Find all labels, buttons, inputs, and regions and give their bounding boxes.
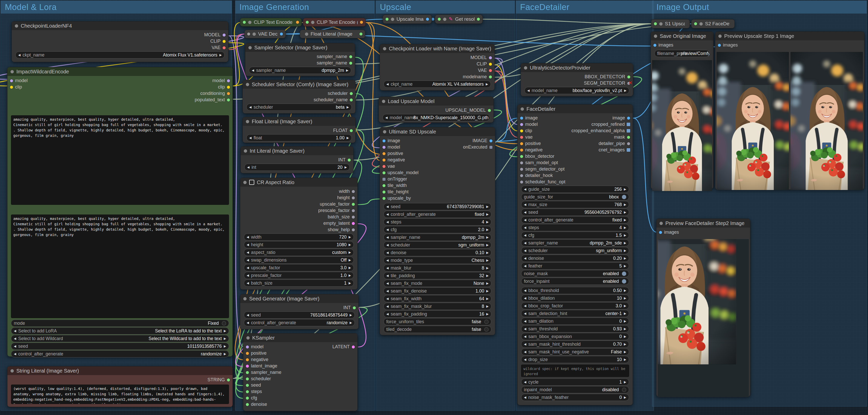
increment-arrow-icon[interactable]: ▶ [486, 312, 489, 316]
port-dot-icon[interactable] [489, 146, 492, 149]
input-port-image[interactable]: image [520, 115, 538, 121]
widget-model-name[interactable]: ◀model_name8x_NMKD-Superscale_150000_G.p… [382, 114, 490, 121]
collapse-dot-icon[interactable] [700, 22, 703, 26]
port-dot-icon[interactable] [246, 371, 249, 374]
widget-sam-dilation[interactable]: ◀sam_dilation0▶ [521, 318, 629, 325]
port-dot-icon[interactable] [489, 139, 492, 142]
port-dot-icon[interactable] [227, 92, 230, 95]
port-dot-icon[interactable] [243, 21, 246, 24]
increment-arrow-icon[interactable]: ▶ [486, 251, 489, 254]
port-dot-icon[interactable] [350, 92, 353, 95]
node-sampler_sel[interactable]: Sampler Selector (Image Saver)sampler_na… [245, 43, 355, 76]
port-dot-icon[interactable] [489, 56, 492, 59]
increment-arrow-icon[interactable]: ▶ [486, 266, 489, 270]
collapse-dot-icon[interactable] [15, 24, 18, 28]
input-port-bbox-detector[interactable]: bbox_detector [520, 154, 554, 159]
decrement-arrow-icon[interactable]: ◀ [386, 205, 389, 209]
decrement-arrow-icon[interactable]: ◀ [524, 304, 526, 308]
port-dot-icon[interactable] [520, 174, 523, 177]
node-cr_aspect[interactable]: CR Aspect Ratiowidthheightupscale_factor… [240, 178, 358, 290]
input-port-scheduler[interactable]: scheduler [246, 376, 271, 382]
increment-arrow-icon[interactable]: ▶ [624, 89, 626, 92]
widget-sampler-name[interactable]: ◀sampler_namedpmpp_2m▶ [249, 67, 351, 74]
input-port-ontrigger[interactable]: onTrigger [382, 177, 407, 182]
output-port-model[interactable]: MODEL [204, 32, 226, 38]
decrement-arrow-icon[interactable]: ◀ [386, 289, 389, 293]
output-port-bbox-detector[interactable]: BBOX_DETECTOR [585, 74, 630, 79]
collapse-dot-icon[interactable] [311, 21, 314, 24]
port-dot-icon[interactable] [520, 149, 523, 152]
decrement-arrow-icon[interactable]: ◀ [247, 321, 249, 324]
collapse-dot-icon[interactable] [246, 120, 249, 123]
port-dot-icon[interactable] [382, 165, 385, 168]
decrement-arrow-icon[interactable]: ◀ [14, 352, 16, 356]
widget-float[interactable]: ◀float1.00▶ [246, 134, 352, 141]
widget-mode-type[interactable]: ◀mode_typeChess▶ [383, 257, 491, 264]
output-port-int[interactable]: INT [338, 157, 351, 163]
input-port-denoise[interactable]: denoise [246, 402, 267, 407]
port-dot-icon[interactable] [659, 231, 662, 234]
input-port-model[interactable]: model [10, 78, 28, 83]
decrement-arrow-icon[interactable]: ◀ [524, 187, 526, 191]
widget-sam-threshold[interactable]: ◀sam_threshold0.93▶ [521, 325, 629, 332]
port-dot-icon[interactable] [246, 390, 249, 393]
port-dot-icon[interactable] [718, 44, 721, 47]
port-dot-icon[interactable] [520, 168, 523, 171]
decrement-arrow-icon[interactable]: ◀ [386, 258, 389, 262]
widget-bbox-threshold[interactable]: ◀bbox_threshold0.50▶ [521, 287, 629, 294]
decrement-arrow-icon[interactable]: ◀ [386, 220, 389, 224]
port-dot-icon[interactable] [10, 86, 13, 89]
increment-arrow-icon[interactable]: ▶ [486, 258, 489, 262]
increment-arrow-icon[interactable]: ▶ [624, 304, 626, 308]
output-port-image[interactable]: image [613, 115, 630, 121]
port-dot-icon[interactable] [520, 129, 523, 132]
decrement-arrow-icon[interactable]: ◀ [386, 251, 389, 254]
output-port-mask[interactable]: mask [614, 134, 630, 140]
port-dot-icon[interactable] [520, 136, 523, 139]
toggle-dot-icon[interactable] [484, 320, 489, 324]
collapse-dot-icon[interactable] [10, 70, 14, 73]
port-dot-icon[interactable] [227, 98, 230, 101]
node-header[interactable]: Int Literal (Image Saver) [241, 147, 353, 155]
port-dot-icon[interactable] [489, 75, 492, 78]
decrement-arrow-icon[interactable]: ◀ [524, 256, 526, 260]
decrement-arrow-icon[interactable]: ◀ [249, 105, 251, 109]
output-port-model[interactable]: MODEL [470, 55, 492, 60]
increment-arrow-icon[interactable]: ▶ [624, 327, 626, 331]
port-dot-icon[interactable] [280, 32, 283, 36]
output-port-scheduler-name[interactable]: scheduler_name [314, 97, 353, 102]
port-dot-icon[interactable] [382, 191, 385, 194]
decrement-arrow-icon[interactable]: ◀ [247, 274, 249, 277]
node-sched_sel[interactable]: Scheduler Selector (Comfy) (Image Saver)… [243, 80, 355, 114]
prompt-textarea[interactable]: wildcard spec: if kept empty, this optio… [521, 364, 629, 377]
decrement-arrow-icon[interactable]: ◀ [524, 350, 526, 354]
port-dot-icon[interactable] [246, 377, 249, 381]
input-port-segm-detector-opt[interactable]: segm_detector_opt [520, 166, 565, 172]
collapse-dot-icon[interactable] [248, 46, 252, 50]
node-header[interactable]: FaceDetailer [518, 104, 633, 113]
widget-drop-size[interactable]: ◀drop_size10▶ [521, 356, 629, 363]
grid-output-icon[interactable] [627, 148, 630, 152]
node-header[interactable]: Ultimate SD Upscale [380, 127, 495, 136]
output-port-scheduler[interactable]: scheduler [328, 91, 353, 96]
port-dot-icon[interactable] [352, 228, 355, 231]
widget-upscale-factor[interactable]: ◀upscale_factor3.0▶ [244, 264, 354, 271]
increment-arrow-icon[interactable]: ▶ [624, 380, 626, 384]
node-seed_gen[interactable]: Seed Generator (Image Saver)INT◀seed7651… [240, 294, 359, 329]
node-get_res[interactable]: ✎Get resolution [435, 14, 483, 24]
decrement-arrow-icon[interactable]: ◀ [247, 281, 249, 285]
input-port-images[interactable]: images [653, 42, 673, 48]
increment-arrow-icon[interactable]: ▶ [624, 312, 626, 315]
widget-control-after-generate[interactable]: ◀control_after_generatefixed▶ [521, 216, 629, 223]
input-port-upscale-by[interactable]: upscale_by [382, 196, 411, 201]
port-dot-icon[interactable] [352, 222, 355, 225]
output-port-upscale-model[interactable]: UPSCALE_MODEL [445, 108, 491, 113]
increment-arrow-icon[interactable]: ▶ [349, 274, 351, 277]
decrement-arrow-icon[interactable]: ◀ [18, 53, 21, 57]
collapse-dot-icon[interactable] [383, 47, 386, 51]
input-port-model[interactable]: model [382, 145, 400, 150]
widget-sam-detection-hint[interactable]: ◀sam_detection_hintcenter-1▶ [521, 310, 629, 317]
input-port-clip[interactable]: clip [10, 84, 22, 90]
increment-arrow-icon[interactable]: ▶ [486, 228, 489, 231]
output-port-show-help[interactable]: show_help [328, 227, 355, 232]
